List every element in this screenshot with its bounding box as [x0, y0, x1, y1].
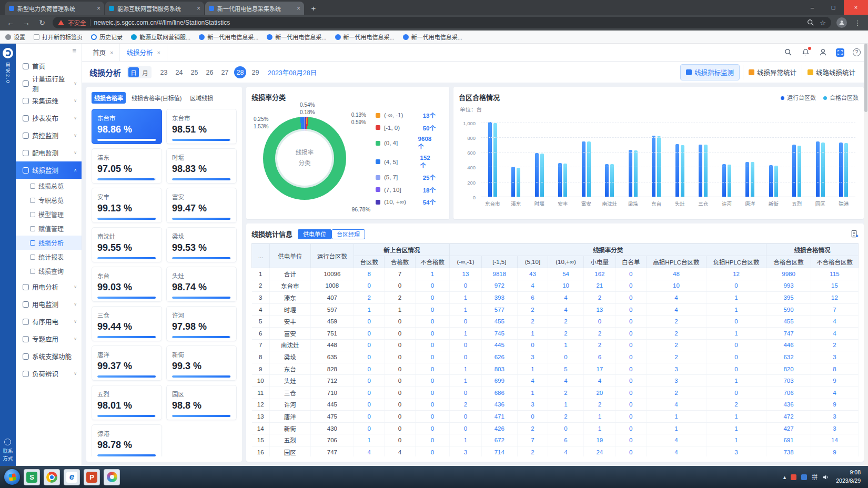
- table-cell-link[interactable]: 0: [415, 387, 450, 399]
- table-cell-link[interactable]: 9: [811, 446, 859, 456]
- table-cell-link[interactable]: 1: [706, 422, 766, 434]
- table-cell-link[interactable]: 3: [646, 375, 706, 387]
- sidebar-item-topic-apps[interactable]: 专题应用∨: [16, 330, 82, 348]
- table-cell-link[interactable]: 1: [354, 434, 385, 446]
- table-cell-link[interactable]: 0: [584, 316, 616, 328]
- table-cell-link[interactable]: 0: [415, 375, 450, 387]
- table-cell-link[interactable]: 14: [811, 434, 859, 446]
- table-cell-link[interactable]: 1: [706, 303, 766, 316]
- table-cell-link[interactable]: 48: [646, 268, 706, 280]
- rate-card[interactable]: 唐洋99.37 %: [92, 345, 162, 381]
- table-cell-link[interactable]: 4: [517, 280, 548, 292]
- table-cell-link[interactable]: 0: [415, 422, 450, 434]
- table-cell-link[interactable]: 1: [548, 339, 584, 351]
- sidebar-item-power-monitor[interactable]: 用电监测∨: [16, 296, 82, 313]
- date-button-23[interactable]: 23: [158, 66, 170, 78]
- sidebar-item-valuation-management[interactable]: 赋值管理: [16, 221, 82, 236]
- app-tab-线损分析[interactable]: 线损分析×: [120, 44, 167, 61]
- date-button-25[interactable]: 25: [188, 66, 200, 78]
- table-cell-link[interactable]: 0: [415, 303, 450, 316]
- table-cell-link[interactable]: 2: [646, 339, 706, 351]
- current-date-label[interactable]: 2023年08月28日: [268, 67, 317, 77]
- bookmark-item[interactable]: 新一代用电信息采...: [403, 33, 462, 41]
- table-cell-link[interactable]: 20: [584, 387, 616, 399]
- table-cell-link[interactable]: 590: [766, 303, 811, 316]
- sidebar-item-model-management[interactable]: 模型管理: [16, 207, 82, 221]
- rate-card[interactable]: 溱东97.05 %: [92, 148, 162, 184]
- contact-button[interactable]: 联系 方式: [3, 439, 13, 462]
- table-cell-link[interactable]: 12: [706, 268, 766, 280]
- table-cell-link[interactable]: 1: [548, 399, 584, 411]
- table-cell-link[interactable]: 0: [450, 339, 482, 351]
- table-cell-link[interactable]: 2: [450, 399, 482, 411]
- url-field[interactable]: 不安全 neweic.js.sgcc.com.cn/#/llm/line/Sta…: [53, 17, 831, 28]
- table-cell-link[interactable]: 0: [706, 316, 766, 328]
- table-cell-link[interactable]: 1: [584, 411, 616, 423]
- refresh-button[interactable]: ↻: [37, 18, 47, 27]
- table-cell-link[interactable]: 3: [450, 446, 482, 456]
- table-cell-link[interactable]: 3: [517, 399, 548, 411]
- table-cell-link[interactable]: 0: [354, 316, 385, 328]
- date-button-26[interactable]: 26: [204, 66, 216, 78]
- table-cell-link[interactable]: 3: [811, 351, 859, 363]
- rate-card[interactable]: 五烈98.01 %: [92, 385, 162, 420]
- table-cell-link[interactable]: 6: [548, 434, 584, 446]
- table-cell-link[interactable]: 2: [517, 422, 548, 434]
- bookmark-item[interactable]: 能源互联网营销服...: [131, 33, 190, 41]
- donut-legend-item[interactable]: (7, 10]18个: [376, 186, 444, 194]
- table-cell-link[interactable]: 4: [646, 303, 706, 316]
- table-cell-link[interactable]: 0: [517, 339, 548, 351]
- table-cell-link[interactable]: 820: [766, 363, 811, 375]
- table-cell-link[interactable]: 3: [811, 411, 859, 423]
- table-cell-link[interactable]: 4: [646, 446, 706, 456]
- table-cell-link[interactable]: 8: [811, 363, 859, 375]
- tray-network-icon[interactable]: [801, 474, 807, 480]
- page-scrollbar[interactable]: [864, 44, 868, 466]
- table-cell-link[interactable]: 2: [517, 446, 548, 456]
- bar-legend-item[interactable]: 运行台区数: [781, 93, 816, 101]
- table-cell-link[interactable]: 3: [811, 422, 859, 434]
- bookmark-item[interactable]: 新一代用电信息采...: [335, 33, 395, 41]
- table-cell-link[interactable]: 0: [615, 434, 646, 446]
- table-cell-link[interactable]: 626: [481, 351, 517, 363]
- table-cell-link[interactable]: 0: [354, 399, 385, 411]
- table-cell-link[interactable]: 0: [450, 351, 482, 363]
- table-cell-link[interactable]: 2: [548, 387, 584, 399]
- scrollbar-thumb[interactable]: [864, 44, 867, 112]
- table-cell-link[interactable]: 3: [706, 446, 766, 456]
- table-cell-link[interactable]: 632: [766, 351, 811, 363]
- table-cell-link[interactable]: 706: [766, 387, 811, 399]
- table-cell-link[interactable]: 0: [615, 327, 646, 339]
- table-cell-link[interactable]: 0: [615, 399, 646, 411]
- donut-legend-item[interactable]: (10, +∞)54个: [376, 198, 444, 206]
- table-cell-link[interactable]: 5: [548, 363, 584, 375]
- table-cell-link[interactable]: 0: [354, 339, 385, 351]
- table-cell-link[interactable]: 426: [481, 422, 517, 434]
- table-cell-link[interactable]: 0: [706, 387, 766, 399]
- browser-profile-avatar[interactable]: [836, 17, 847, 28]
- table-cell-link[interactable]: 0: [415, 363, 450, 375]
- table-cell-link[interactable]: 0: [415, 399, 450, 411]
- table-cell-link[interactable]: 4: [548, 446, 584, 456]
- bookmark-item[interactable]: 历史记录: [91, 33, 123, 41]
- table-cell-link[interactable]: 17: [584, 363, 616, 375]
- table-cell-link[interactable]: 6: [517, 292, 548, 304]
- legend-count[interactable]: 13个: [423, 111, 444, 119]
- table-cell-link[interactable]: 12: [811, 292, 859, 304]
- new-tab-button[interactable]: +: [307, 2, 320, 14]
- table-cell-link[interactable]: 471: [481, 411, 517, 423]
- table-cell-link[interactable]: 745: [481, 327, 517, 339]
- table-cell-link[interactable]: 4: [548, 375, 584, 387]
- donut-legend-item[interactable]: (5, 7]25个: [376, 173, 444, 181]
- legend-count[interactable]: 152个: [420, 155, 445, 169]
- toggle-supply-unit[interactable]: 供电单位: [298, 229, 331, 239]
- tray-expand-icon[interactable]: ▴: [783, 474, 786, 481]
- table-cell-link[interactable]: 6: [584, 351, 616, 363]
- table-cell-link[interactable]: 0: [415, 316, 450, 328]
- table-cell-link[interactable]: 1: [354, 303, 385, 316]
- table-cell-link[interactable]: 2: [517, 316, 548, 328]
- table-cell-link[interactable]: 446: [766, 339, 811, 351]
- table-cell-link[interactable]: 699: [481, 375, 517, 387]
- sidebar-item-metering-monitor[interactable]: 计量运行监测∨: [16, 75, 82, 92]
- table-cell-link[interactable]: 2: [548, 316, 584, 328]
